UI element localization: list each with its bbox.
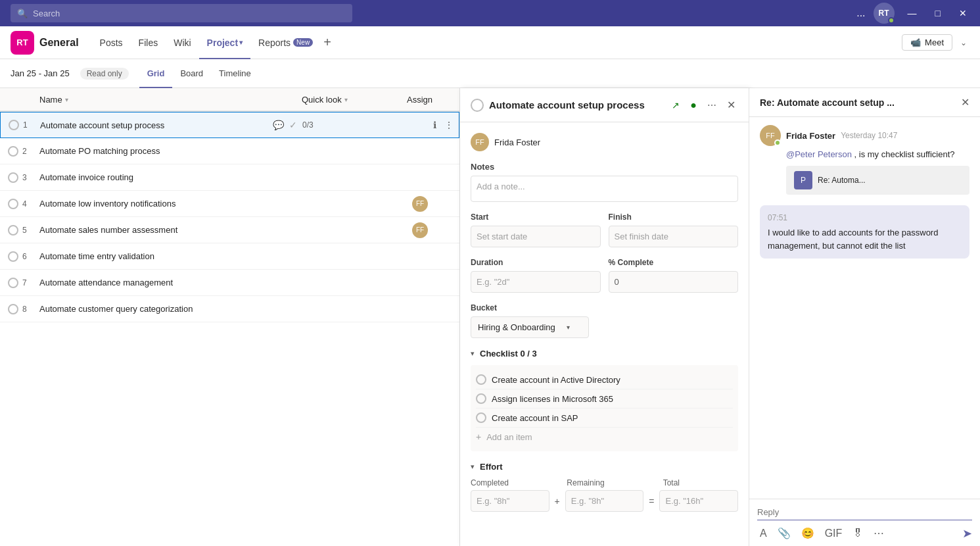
effort-header[interactable]: ▾ Effort [471,462,738,472]
nav-item-files[interactable]: Files [131,26,166,59]
comment-icon[interactable]: 💬 [273,120,284,130]
more-actions-icon[interactable]: ⋯ [871,526,887,541]
task-name: Automate PO matching process [34,146,302,156]
table-row[interactable]: 8 Automate customer query categorization [0,296,459,322]
task-panel-body: FF Frida Foster Notes Add a note... Star… [460,122,749,546]
check-circle[interactable] [476,393,486,404]
task-more-button[interactable]: ⋮ [442,118,456,132]
table-row[interactable]: 5 Automate sales number assessment FF [0,217,459,243]
grid-header: Name ▾ Quick look ▾ Assign [0,88,459,112]
maximize-button[interactable]: □ [930,5,946,21]
notes-label: Notes [471,162,738,172]
task-info-button[interactable]: ℹ [431,118,439,132]
referenced-card[interactable]: P Re: Automa... [786,166,969,195]
row-assign: FF [407,196,459,212]
task-name: Automate customer query categorization [34,304,302,314]
start-date-input[interactable]: Set start date [471,226,601,247]
bucket-select[interactable]: Hiring & Onboarding ▾ [471,316,589,338]
completed-label: Completed [471,478,546,487]
task-circle[interactable] [8,146,18,157]
task-status-icon[interactable]: ● [688,97,699,114]
avatar: RT [874,3,895,24]
effort-remaining-input[interactable]: E.g. "8h" [565,490,644,512]
checklist-header[interactable]: ▾ Checklist 0 / 3 [471,349,738,359]
grid-area: Name ▾ Quick look ▾ Assign 1 Automate ac… [0,88,460,546]
table-row[interactable]: 4 Automate low inventory notifications F… [0,191,459,217]
effort-total-input[interactable]: E.g. "16h" [659,490,738,512]
notes-input[interactable]: Add a note... [471,176,738,202]
reply-input[interactable] [757,505,972,520]
reports-badge: New [293,38,313,47]
minimize-button[interactable]: — [902,5,922,21]
nav-item-wiki[interactable]: Wiki [166,26,198,59]
checklist-item[interactable]: Assign licenses in Microsoft 365 [476,389,733,409]
table-row[interactable]: 3 Automate invoice routing [0,164,459,191]
task-name: Automate sales number assessment [34,225,302,235]
bucket-chevron: ▾ [567,324,570,331]
close-button[interactable]: ✕ [954,5,972,21]
attach-icon[interactable]: 📎 [775,526,793,541]
task-panel-close[interactable]: ✕ [724,96,738,114]
check-circle[interactable] [476,374,486,385]
nav-item-reports[interactable]: Reports New [250,26,321,59]
name-sort-icon[interactable]: ▾ [65,96,68,103]
duration-label: Duration [471,258,601,267]
col-quick-look: Quick look ▾ [302,95,407,105]
task-status-circle[interactable] [471,99,484,112]
finish-date-input[interactable]: Set finish date [609,226,739,247]
nav-chevron[interactable]: ⌄ [958,36,969,50]
readonly-badge: Read only [80,68,129,80]
table-row[interactable]: 6 Automate time entry validation [0,243,459,270]
send-button[interactable]: ➤ [962,526,972,541]
chat-close[interactable]: ✕ [961,96,969,109]
more-icon[interactable]: ... [856,7,865,19]
project-chevron: ▾ [239,39,243,46]
row-number: 1 [1,120,35,130]
checklist-add-item[interactable]: + Add an item [476,428,733,446]
add-icon: + [476,432,481,442]
tab-board[interactable]: Board [172,59,211,88]
checklist-item[interactable]: Create account in Active Directory [476,370,733,389]
pct-input[interactable]: 0 [609,271,739,293]
bubble-text: I would like to add accounts for the pas… [768,226,962,252]
task-circle[interactable] [8,304,18,314]
table-row[interactable]: 2 Automate PO matching process [0,138,459,164]
checklist-item[interactable]: Create account in SAP [476,409,733,428]
nav-item-project[interactable]: Project ▾ [199,26,250,59]
bucket-label: Bucket [471,303,738,312]
bucket-value: Hiring & Onboarding [478,322,555,332]
emoji-icon[interactable]: 😊 [799,526,817,541]
nav-item-posts[interactable]: Posts [92,26,131,59]
task-circle[interactable] [8,278,18,288]
mention[interactable]: @Peter Peterson [786,149,852,159]
praise-icon[interactable]: 🎖 [850,526,866,541]
task-circle[interactable] [8,172,18,183]
pct-label: % Complete [609,258,739,267]
task-circle[interactable] [8,199,18,209]
nav-add-button[interactable]: + [323,35,331,50]
table-row[interactable]: 1 Automate account setup process 💬 ✓ 0/3… [0,112,459,138]
col-assign: Assign [407,95,459,105]
sender-name: Frida Foster [786,131,835,141]
format-icon[interactable]: A [757,526,770,541]
gif-icon[interactable]: GIF [822,526,845,541]
duration-field: Duration E.g. "2d" [471,258,601,293]
meet-button[interactable]: 📹 Meet [902,34,952,51]
task-circle[interactable] [8,225,18,236]
effort-title: Effort [480,462,503,472]
chat-panel: Re: Automate account setup ... ✕ FF Frid… [749,88,980,546]
duration-input[interactable]: E.g. "2d" [471,271,601,293]
task-circle[interactable] [8,251,18,262]
avatar: FF [412,196,428,212]
quick-look-chevron[interactable]: ▾ [344,96,348,103]
avatar: FF [412,222,428,238]
task-circle[interactable] [9,120,19,130]
tab-grid[interactable]: Grid [139,59,173,88]
table-row[interactable]: 7 Automate attendance management [0,270,459,296]
search-bar[interactable]: 🔍 Search [11,4,352,22]
effort-completed-input[interactable]: E.g. "8h" [471,490,549,512]
expand-icon[interactable]: ↗ [669,97,682,113]
check-circle[interactable] [476,412,486,423]
tab-timeline[interactable]: Timeline [211,59,259,88]
task-more-icon[interactable]: ⋯ [705,97,719,113]
